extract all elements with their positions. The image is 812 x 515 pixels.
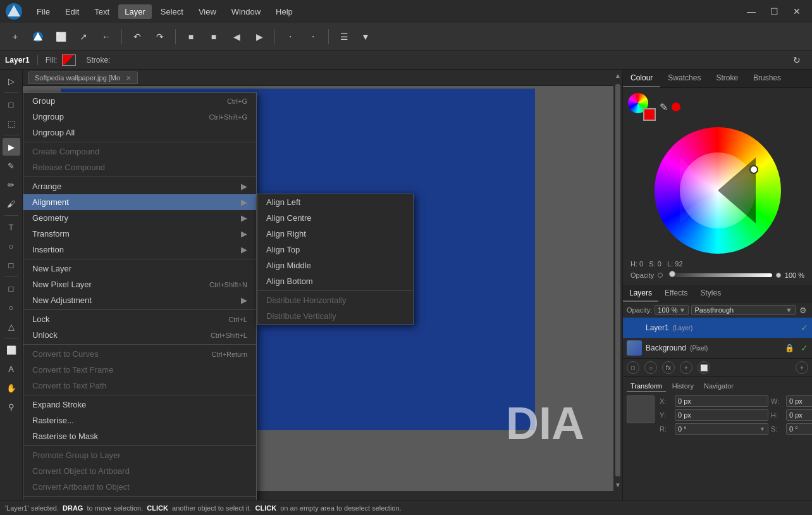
menu-view[interactable]: View xyxy=(192,4,223,19)
redo-btn[interactable]: ↷ xyxy=(150,27,170,47)
tool-select[interactable]: ▷ xyxy=(3,72,20,90)
menu-item-new-pixel-layer[interactable]: New Pixel Layer Ctrl+Shift+N xyxy=(23,276,256,292)
layer-panel-icon-3[interactable]: fx xyxy=(662,361,675,374)
menu-item-ungroup-all[interactable]: Ungroup All xyxy=(23,125,256,140)
menu-item-align-top[interactable]: Align Top xyxy=(257,242,413,258)
maximize-btn[interactable]: ☐ xyxy=(764,1,784,22)
tool-artboard[interactable]: ⬜ xyxy=(3,341,20,359)
menu-layer[interactable]: Layer xyxy=(118,4,152,19)
layer-visible-check-1[interactable]: ✓ xyxy=(801,323,808,333)
tool-node[interactable]: □ xyxy=(3,96,20,113)
colour-picker-icon[interactable]: ✎ xyxy=(660,101,668,113)
tab-swatches[interactable]: Swatches xyxy=(660,70,708,87)
menu-item-align-bottom[interactable]: Align Bottom xyxy=(257,273,413,289)
opacity-thumb[interactable] xyxy=(669,271,675,277)
tool-triangle[interactable]: △ xyxy=(3,318,20,335)
tab-brushes[interactable]: Brushes xyxy=(746,70,789,87)
tool-pointer[interactable]: ▶ xyxy=(3,138,20,156)
menu-item-align-left[interactable]: Align Left xyxy=(257,194,413,210)
layer-item-background[interactable]: Background (Pixel) 🔒 ✓ xyxy=(623,338,812,358)
tool-text[interactable]: T xyxy=(3,218,20,236)
transform-w-input[interactable] xyxy=(786,395,812,407)
opacity-slider[interactable] xyxy=(667,273,772,277)
layers-opacity-input[interactable]: 100 % ▼ xyxy=(655,305,689,315)
layer-panel-icon-1[interactable]: □ xyxy=(627,361,639,374)
view-grid-btn[interactable]: ☰ xyxy=(334,27,354,47)
transform-h-input[interactable] xyxy=(786,409,812,421)
close-tab-btn[interactable]: ✕ xyxy=(126,75,131,82)
menu-item-align-right[interactable]: Align Right xyxy=(257,226,413,242)
flip-v-btn[interactable]: ▶ xyxy=(249,27,269,47)
vertical-scrollbar[interactable]: ▲ ▼ xyxy=(613,70,622,491)
rotate-canvas-btn[interactable]: ↻ xyxy=(787,50,807,70)
tab-transform[interactable]: Transform xyxy=(627,381,666,392)
menu-item-ungroup[interactable]: Ungroup Ctrl+Shift+G xyxy=(23,109,256,125)
blend-mode-dropdown-icon[interactable]: ▼ xyxy=(785,306,792,314)
opacity-full-circle[interactable] xyxy=(776,273,781,278)
scroll-thumb-v[interactable] xyxy=(615,84,620,476)
menu-item-group[interactable]: Group Ctrl+G xyxy=(23,93,256,109)
tool-hand[interactable]: ✋ xyxy=(3,379,20,397)
canvas-tab[interactable]: Softpedia wallpaper.jpg [Mo ✕ xyxy=(28,71,138,84)
blend-mode-input[interactable]: Passthrough ▼ xyxy=(691,305,796,315)
new-doc-btn[interactable]: + xyxy=(5,27,25,47)
menu-item-expand-stroke[interactable]: Expand Stroke xyxy=(23,397,256,413)
layer-panel-icon-5[interactable]: ⬜ xyxy=(698,361,710,374)
flip-h-btn[interactable]: ◀ xyxy=(226,27,247,47)
tool-ellipse[interactable]: ○ xyxy=(3,299,20,316)
layer-settings-btn[interactable]: ⚙ xyxy=(798,305,808,315)
menu-edit[interactable]: Edit xyxy=(59,4,85,19)
close-btn[interactable]: ✕ xyxy=(787,1,807,22)
tool-pen[interactable]: ✎ xyxy=(3,157,20,175)
colour-swatch-preview[interactable] xyxy=(628,93,656,121)
tab-history[interactable]: History xyxy=(668,381,698,392)
align-center-btn[interactable]: ■ xyxy=(204,27,224,47)
tool-gradient[interactable]: □ xyxy=(3,256,20,274)
menu-item-alignment[interactable]: Alignment ▶ xyxy=(23,194,256,210)
tool-rect[interactable]: □ xyxy=(3,280,20,297)
layer-lock-icon[interactable]: 🔒 xyxy=(785,344,794,352)
tab-navigator[interactable]: Navigator xyxy=(700,381,737,392)
menu-item-lock[interactable]: Lock Ctrl+L xyxy=(23,311,256,327)
tab-stroke[interactable]: Stroke xyxy=(708,70,746,87)
align-left-btn[interactable]: ■ xyxy=(181,27,201,47)
menu-file[interactable]: File xyxy=(30,4,56,19)
menu-item-geometry[interactable]: Geometry ▶ xyxy=(23,210,256,226)
menu-item-new-adjustment[interactable]: New Adjustment ▶ xyxy=(23,292,256,308)
menu-item-rasterise[interactable]: Rasterise... xyxy=(23,413,256,428)
studio-btn[interactable]: ⬜ xyxy=(51,27,71,47)
back-btn[interactable]: ← xyxy=(96,27,116,47)
scroll-down-btn[interactable]: ▼ xyxy=(615,479,621,491)
layer-panel-icon-4[interactable]: + xyxy=(680,361,692,374)
colour-wheel-cursor[interactable] xyxy=(749,165,758,174)
layer-panel-icon-2[interactable]: ○ xyxy=(644,361,657,374)
minimize-btn[interactable]: — xyxy=(741,1,761,22)
menu-select[interactable]: Select xyxy=(154,4,190,19)
tab-colour[interactable]: Colour xyxy=(623,70,660,87)
view-options-btn[interactable]: ▼ xyxy=(355,27,376,47)
menu-item-rasterise-mask[interactable]: Rasterise to Mask xyxy=(23,428,256,444)
app-logo[interactable] xyxy=(5,3,23,20)
persona-btn[interactable] xyxy=(28,27,48,47)
menu-item-arrange[interactable]: Arrange ▶ xyxy=(23,178,256,194)
transform-x-input[interactable] xyxy=(675,395,768,407)
menu-item-insertion[interactable]: Insertion ▶ xyxy=(23,242,256,258)
share-btn[interactable]: ↗ xyxy=(73,27,94,47)
tab-effects[interactable]: Effects xyxy=(658,285,694,302)
menu-item-fill-mode[interactable]: Fill Mode ▶ xyxy=(23,498,256,500)
menu-item-unlock[interactable]: Unlock Ctrl+Shift+L xyxy=(23,327,256,343)
grid-btn[interactable]: ⬝ xyxy=(280,27,300,47)
snapping-btn[interactable]: ⬝ xyxy=(303,27,323,47)
tool-text-frame[interactable]: A xyxy=(3,360,20,378)
transform-r-wrapper[interactable]: 0 ° ▼ xyxy=(675,423,768,435)
undo-btn[interactable]: ↶ xyxy=(127,27,147,47)
transform-y-input[interactable] xyxy=(675,409,768,421)
layers-opacity-dropdown-icon[interactable]: ▼ xyxy=(679,306,686,314)
layer-item-layer1[interactable]: Layer1 (Layer) ✓ xyxy=(623,318,812,338)
scroll-up-btn[interactable]: ▲ xyxy=(615,70,621,82)
tool-fill[interactable]: ○ xyxy=(3,237,20,255)
tool-crop[interactable]: ⬚ xyxy=(3,115,20,132)
colour-wheel-wrapper[interactable] xyxy=(628,125,807,256)
menu-item-align-middle[interactable]: Align Middle xyxy=(257,258,413,273)
transform-r-dropdown[interactable]: ▼ xyxy=(760,426,765,432)
